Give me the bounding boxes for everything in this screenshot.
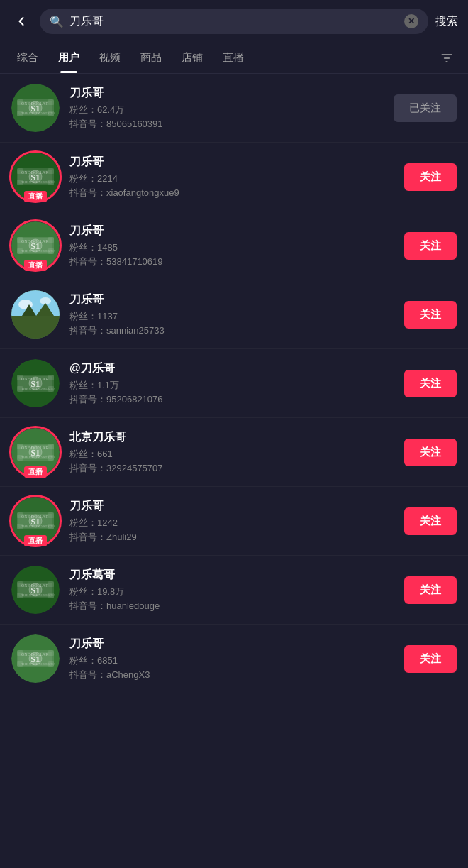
user-item: $1 ONE DOLLAR THE UNITED STATES 刀乐哥粉丝：62… — [0, 74, 468, 143]
user-item: 刀乐哥粉丝：1137抖音号：sannian25733关注 — [0, 280, 468, 349]
avatar[interactable] — [11, 290, 60, 339]
user-item: $1 ONE DOLLAR THE UNITED STATES 刀乐葛哥粉丝：1… — [0, 556, 468, 625]
svg-rect-10 — [17, 99, 23, 105]
user-info: 刀乐哥粉丝：1137抖音号：sannian25733 — [69, 292, 394, 337]
svg-text:ONE DOLLAR: ONE DOLLAR — [21, 583, 48, 588]
svg-rect-53 — [17, 375, 23, 380]
tab-shop[interactable]: 店铺 — [172, 43, 213, 73]
user-fans: 粉丝：661 — [69, 448, 394, 461]
user-info: 刀乐哥粉丝：1485抖音号：53841710619 — [69, 224, 394, 268]
user-fans: 粉丝：2214 — [69, 172, 394, 185]
avatar[interactable]: $1 ONE DOLLAR THE UNITED STATES 直播 — [11, 153, 60, 201]
svg-rect-54 — [48, 375, 54, 380]
user-fans: 粉丝：1485 — [69, 241, 394, 254]
svg-rect-100 — [48, 661, 54, 667]
svg-rect-98 — [48, 650, 54, 656]
svg-rect-99 — [17, 661, 23, 667]
user-item: $1 ONE DOLLAR THE UNITED STATES @刀乐哥粉丝：1… — [0, 349, 468, 418]
svg-rect-11 — [48, 99, 54, 105]
user-info: 刀乐哥粉丝：2214抖音号：xiaofangtongxue9 — [69, 155, 394, 199]
following-button[interactable]: 已关注 — [394, 94, 457, 122]
user-name: @刀乐哥 — [69, 361, 394, 376]
user-info: 刀乐哥粉丝：6851抖音号：aChengX3 — [69, 637, 394, 681]
tab-video[interactable]: 视频 — [89, 43, 130, 73]
tab-live[interactable]: 直播 — [213, 43, 254, 73]
avatar[interactable]: $1 ONE DOLLAR THE UNITED STATES — [11, 634, 60, 683]
search-box: 🔍 ✕ — [40, 9, 428, 34]
avatar[interactable]: $1 ONE DOLLAR THE UNITED STATES 直播 — [11, 497, 60, 545]
header: 🔍 ✕ 搜索 — [0, 0, 468, 43]
user-account: 抖音号：Zhuli29 — [69, 531, 394, 544]
user-fans: 粉丝：1.1万 — [69, 379, 394, 392]
user-account: 抖音号：95206821076 — [69, 393, 394, 406]
svg-rect-13 — [48, 111, 54, 116]
svg-rect-43 — [11, 316, 60, 339]
user-fans: 粉丝：1137 — [69, 310, 394, 323]
user-info: 刀乐哥粉丝：1242抖音号：Zhuli29 — [69, 499, 394, 544]
user-name: 刀乐哥 — [69, 86, 384, 101]
avatar[interactable]: $1 ONE DOLLAR THE UNITED STATES — [11, 84, 60, 132]
user-account: 抖音号：53841710619 — [69, 256, 394, 268]
svg-text:ONE DOLLAR: ONE DOLLAR — [21, 652, 48, 657]
user-fans: 粉丝：62.4万 — [69, 104, 384, 116]
user-info: 刀乐葛哥粉丝：19.8万抖音号：huanledouge — [69, 568, 394, 612]
follow-button[interactable]: 关注 — [404, 507, 457, 535]
live-badge: 直播 — [24, 260, 47, 271]
follow-button[interactable]: 关注 — [404, 163, 457, 191]
svg-rect-86 — [17, 581, 23, 587]
user-info: 北京刀乐哥粉丝：661抖音号：32924575707 — [69, 430, 394, 475]
user-item: $1 ONE DOLLAR THE UNITED STATES 直播刀乐哥粉丝：… — [0, 211, 468, 280]
live-badge: 直播 — [24, 466, 47, 478]
svg-text:ONE DOLLAR: ONE DOLLAR — [21, 377, 48, 381]
user-item: $1 ONE DOLLAR THE UNITED STATES 直播刀乐哥粉丝：… — [0, 487, 468, 556]
user-item: $1 ONE DOLLAR THE UNITED STATES 直播北京刀乐哥粉… — [0, 418, 468, 487]
avatar[interactable]: $1 ONE DOLLAR THE UNITED STATES 直播 — [11, 221, 60, 270]
tab-bar: 综合 用户 视频 商品 店铺 直播 — [0, 43, 468, 74]
follow-button[interactable]: 关注 — [404, 576, 457, 604]
search-icon: 🔍 — [50, 15, 64, 28]
user-fans: 粉丝：1242 — [69, 517, 394, 529]
live-badge: 直播 — [24, 535, 47, 546]
tab-all[interactable]: 综合 — [7, 43, 48, 73]
user-info: @刀乐哥粉丝：1.1万抖音号：95206821076 — [69, 361, 394, 406]
user-name: 刀乐哥 — [69, 292, 394, 307]
user-account: 抖音号：huanledouge — [69, 600, 394, 612]
svg-rect-87 — [48, 581, 54, 587]
svg-rect-88 — [17, 593, 23, 598]
svg-rect-97 — [17, 650, 23, 656]
user-name: 刀乐哥 — [69, 637, 394, 652]
user-list: $1 ONE DOLLAR THE UNITED STATES 刀乐哥粉丝：62… — [0, 74, 468, 693]
user-account: 抖音号：sannian25733 — [69, 324, 394, 337]
svg-rect-89 — [48, 593, 54, 598]
user-account: 抖音号：32924575707 — [69, 462, 394, 475]
follow-button[interactable]: 关注 — [404, 645, 457, 673]
svg-rect-56 — [48, 386, 54, 392]
search-submit-button[interactable]: 搜索 — [435, 14, 458, 29]
user-account: 抖音号：aChengX3 — [69, 669, 394, 681]
user-info: 刀乐哥粉丝：62.4万抖音号：85065160391 — [69, 86, 384, 131]
follow-button[interactable]: 关注 — [404, 370, 457, 397]
avatar[interactable]: $1 ONE DOLLAR THE UNITED STATES — [11, 566, 60, 614]
user-name: 刀乐哥 — [69, 155, 394, 170]
clear-button[interactable]: ✕ — [404, 14, 418, 28]
follow-button[interactable]: 关注 — [404, 439, 457, 466]
back-button[interactable] — [10, 10, 33, 33]
follow-button[interactable]: 关注 — [404, 301, 457, 329]
follow-button[interactable]: 关注 — [404, 232, 457, 260]
search-input[interactable] — [69, 15, 399, 28]
user-name: 刀乐哥 — [69, 224, 394, 238]
live-badge: 直播 — [24, 191, 47, 202]
svg-rect-55 — [17, 386, 23, 392]
user-item: $1 ONE DOLLAR THE UNITED STATES 直播刀乐哥粉丝：… — [0, 143, 468, 211]
filter-button[interactable] — [433, 45, 461, 71]
svg-text:ONE DOLLAR: ONE DOLLAR — [21, 101, 48, 106]
user-fans: 粉丝：6851 — [69, 654, 394, 667]
user-name: 北京刀乐哥 — [69, 430, 394, 445]
avatar[interactable]: $1 ONE DOLLAR THE UNITED STATES — [11, 359, 60, 407]
tab-product[interactable]: 商品 — [130, 43, 172, 73]
svg-rect-12 — [17, 111, 23, 116]
user-item: $1 ONE DOLLAR THE UNITED STATES 刀乐哥粉丝：68… — [0, 625, 468, 693]
avatar[interactable]: $1 ONE DOLLAR THE UNITED STATES 直播 — [11, 428, 60, 476]
tab-user[interactable]: 用户 — [48, 43, 89, 73]
user-name: 刀乐葛哥 — [69, 568, 394, 583]
